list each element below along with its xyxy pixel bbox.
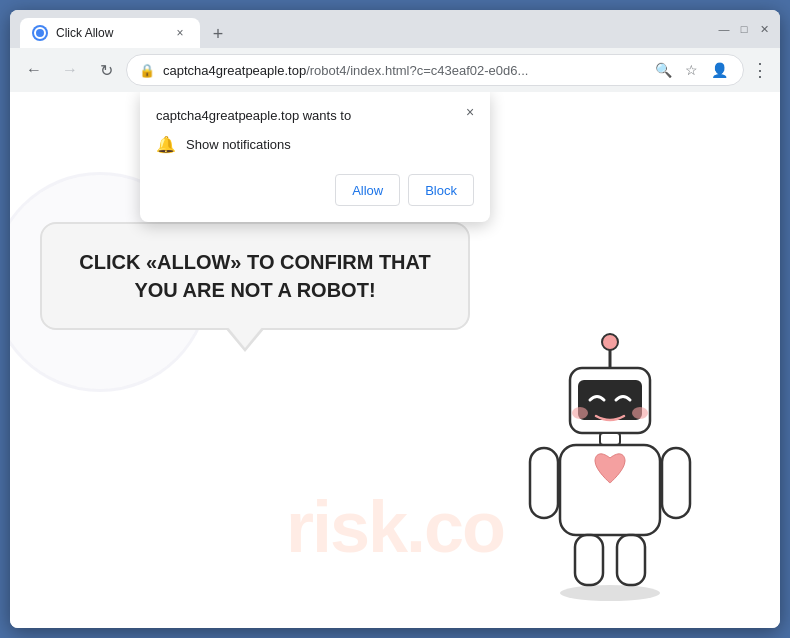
address-bar[interactable]: 🔒 captcha4greatpeaple.top/robot4/index.h… <box>126 54 744 86</box>
url-domain: captcha4greatpeaple.top <box>163 63 306 78</box>
svg-point-5 <box>632 407 648 419</box>
page-content: risk.co × captcha4greatpeaple.top wants … <box>10 92 780 628</box>
captcha-text: CLICK «ALLOW» TO CONFIRM THAT YOU ARE NO… <box>72 248 438 304</box>
navigation-bar: ← → ↻ 🔒 captcha4greatpeaple.top/robot4/i… <box>10 48 780 92</box>
popup-buttons: Allow Block <box>156 174 474 206</box>
bookmark-icon[interactable]: ☆ <box>679 58 703 82</box>
url-path: /robot4/index.html?c=c43eaf02-e0d6... <box>306 63 528 78</box>
new-tab-button[interactable]: + <box>204 20 232 48</box>
permission-popup: × captcha4greatpeaple.top wants to 🔔 Sho… <box>140 92 490 222</box>
browser-window: Click Allow × + — □ ✕ ← → ↻ 🔒 captcha4gr… <box>10 10 780 628</box>
robot-illustration <box>500 328 720 608</box>
browser-tab[interactable]: Click Allow × <box>20 18 200 48</box>
url-display: captcha4greatpeaple.top/robot4/index.htm… <box>163 63 643 78</box>
back-button[interactable]: ← <box>18 54 50 86</box>
refresh-button[interactable]: ↻ <box>90 54 122 86</box>
block-button[interactable]: Block <box>408 174 474 206</box>
svg-rect-8 <box>530 448 558 518</box>
svg-rect-10 <box>575 535 603 585</box>
page-main-content: CLICK «ALLOW» TO CONFIRM THAT YOU ARE NO… <box>40 222 470 330</box>
svg-point-4 <box>572 407 588 419</box>
popup-close-button[interactable]: × <box>460 102 480 122</box>
svg-point-1 <box>602 334 618 350</box>
speech-bubble: CLICK «ALLOW» TO CONFIRM THAT YOU ARE NO… <box>40 222 470 330</box>
title-bar-controls: — □ ✕ <box>718 23 770 35</box>
chrome-menu-icon[interactable]: ⋮ <box>748 58 772 82</box>
tab-title: Click Allow <box>56 26 113 40</box>
tab-favicon <box>32 25 48 41</box>
search-icon[interactable]: 🔍 <box>651 58 675 82</box>
maximize-button[interactable]: □ <box>738 23 750 35</box>
tab-area: Click Allow × + <box>20 10 710 48</box>
allow-button[interactable]: Allow <box>335 174 400 206</box>
svg-point-12 <box>560 585 660 601</box>
bell-icon: 🔔 <box>156 135 176 154</box>
popup-title: captcha4greatpeaple.top wants to <box>156 108 474 123</box>
notification-label: Show notifications <box>186 137 291 152</box>
svg-rect-11 <box>617 535 645 585</box>
minimize-button[interactable]: — <box>718 23 730 35</box>
notification-row: 🔔 Show notifications <box>156 135 474 154</box>
address-icons: 🔍 ☆ 👤 <box>651 58 731 82</box>
title-bar: Click Allow × + — □ ✕ <box>10 10 780 48</box>
lock-icon: 🔒 <box>139 63 155 78</box>
svg-rect-9 <box>662 448 690 518</box>
forward-button[interactable]: → <box>54 54 86 86</box>
profile-icon[interactable]: 👤 <box>707 58 731 82</box>
svg-rect-6 <box>600 433 620 445</box>
tab-close-button[interactable]: × <box>172 25 188 41</box>
window-close-button[interactable]: ✕ <box>758 23 770 35</box>
